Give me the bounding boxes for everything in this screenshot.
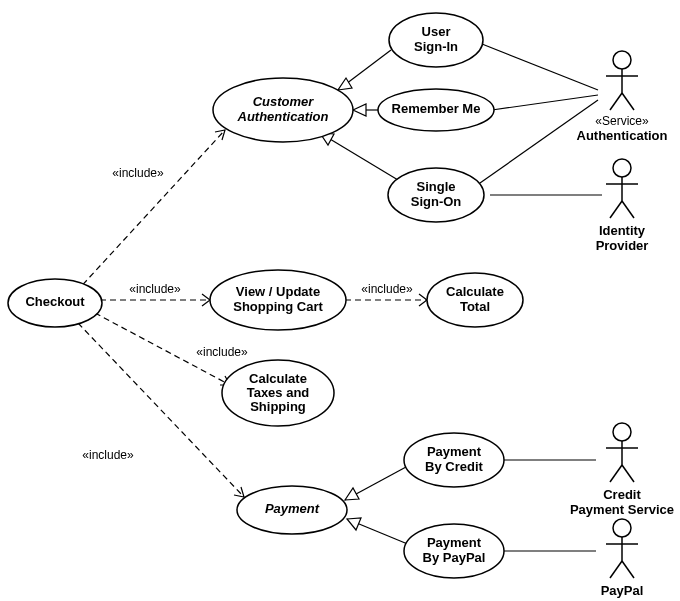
svg-line-40 [622, 465, 634, 482]
usecase-remember-me-label: Remember Me [392, 101, 481, 116]
svg-line-29 [610, 93, 622, 110]
usecase-view-update-cart-label-1: View / Update [236, 284, 320, 299]
svg-line-0 [76, 130, 225, 292]
include-checkout-calctax: «include» [95, 313, 248, 385]
actor-credit-payment-service-label-2: Payment Service [570, 502, 674, 517]
gen-paymentpaypal-payment [347, 518, 410, 545]
usecase-user-signin-label-1: User [422, 24, 451, 39]
usecase-payment: Payment [237, 486, 347, 534]
actor-identity-provider-label-1: Identity [599, 223, 646, 238]
usecase-calculate-taxes-shipping-label-1: Calculate [249, 371, 307, 386]
include-label: «include» [361, 282, 413, 296]
usecase-customer-authentication-label-1: Customer [253, 94, 315, 109]
actor-credit-payment-service: Credit Payment Service [570, 423, 674, 517]
svg-point-36 [613, 423, 631, 441]
actor-credit-payment-service-label-1: Credit [603, 487, 641, 502]
usecase-payment-label: Payment [265, 501, 320, 516]
usecase-view-update-cart: View / Update Shopping Cart [210, 270, 346, 330]
actor-authentication-label: Authentication [577, 128, 668, 143]
usecase-payment-by-credit: Payment By Credit [404, 433, 504, 487]
usecase-customer-authentication-label-2: Authentication [237, 109, 329, 124]
usecase-customer-authentication: Customer Authentication [213, 78, 353, 142]
gen-sso-auth [320, 133, 398, 180]
gen-paymentcredit-payment [345, 467, 406, 500]
actor-paypal: PayPal [601, 519, 644, 598]
svg-marker-14 [347, 518, 361, 530]
actor-authentication: «Service» Authentication [577, 51, 668, 143]
usecase-payment-by-paypal-label-1: Payment [427, 535, 482, 550]
include-label: «include» [112, 166, 164, 180]
actor-identity-provider-label-2: Provider [596, 238, 649, 253]
usecase-payment-by-paypal-label-2: By PayPal [423, 550, 486, 565]
assoc-auth-signin [482, 44, 598, 90]
usecase-payment-by-credit-label-2: By Credit [425, 459, 483, 474]
usecase-payment-by-credit-label-1: Payment [427, 444, 482, 459]
usecase-checkout: Checkout [8, 279, 102, 327]
svg-line-34 [610, 201, 622, 218]
usecase-payment-by-paypal: Payment By PayPal [404, 524, 504, 578]
usecase-view-update-cart-label-2: Shopping Cart [233, 299, 323, 314]
usecase-single-signon: Single Sign-On [388, 168, 484, 222]
svg-line-9 [320, 133, 398, 180]
svg-point-31 [613, 159, 631, 177]
svg-marker-12 [345, 488, 359, 500]
gen-rememberme-auth [353, 104, 380, 116]
usecase-diagram: «include» «include» «include» «include» … [0, 0, 680, 601]
svg-line-44 [610, 561, 622, 578]
usecase-calculate-total: Calculate Total [427, 273, 523, 327]
usecase-checkout-label: Checkout [25, 294, 85, 309]
usecase-calculate-taxes-shipping-label-3: Shipping [250, 399, 306, 414]
usecase-single-signon-label-2: Sign-On [411, 194, 462, 209]
svg-line-39 [610, 465, 622, 482]
svg-line-45 [622, 561, 634, 578]
actor-authentication-stereo: «Service» [595, 114, 649, 128]
include-label: «include» [82, 448, 134, 462]
include-label: «include» [129, 282, 181, 296]
include-label: «include» [196, 345, 248, 359]
svg-line-35 [622, 201, 634, 218]
svg-point-26 [613, 51, 631, 69]
usecase-calculate-total-label-1: Calculate [446, 284, 504, 299]
usecase-remember-me: Remember Me [378, 89, 494, 131]
include-checkout-auth: «include» [76, 130, 225, 292]
svg-line-30 [622, 93, 634, 110]
actor-identity-provider: Identity Provider [596, 159, 649, 253]
include-checkout-viewupdate: «include» [100, 282, 210, 306]
usecase-calculate-taxes-shipping: Calculate Taxes and Shipping [222, 360, 334, 426]
gen-signin-auth [338, 50, 391, 90]
svg-point-41 [613, 519, 631, 537]
assoc-auth-rememberme [492, 95, 598, 110]
actor-paypal-label: PayPal [601, 583, 644, 598]
include-viewupdate-calctotal: «include» [345, 282, 427, 306]
usecase-user-signin-label-2: Sign-In [414, 39, 458, 54]
usecase-calculate-taxes-shipping-label-2: Taxes and [247, 385, 310, 400]
usecase-user-signin: User Sign-In [389, 13, 483, 67]
usecase-single-signon-label-1: Single [416, 179, 455, 194]
usecase-calculate-total-label-2: Total [460, 299, 490, 314]
svg-marker-6 [338, 78, 352, 90]
svg-marker-8 [353, 104, 366, 116]
